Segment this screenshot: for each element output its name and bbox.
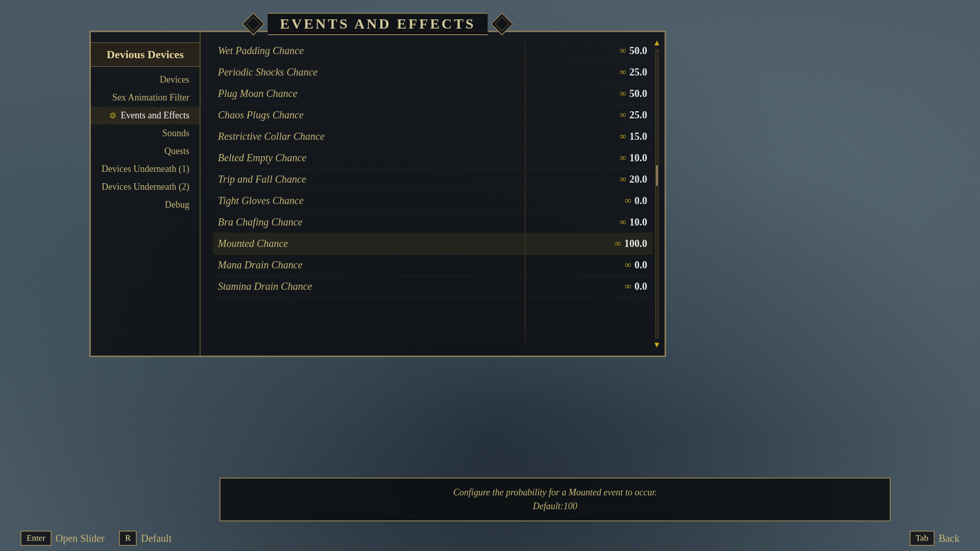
- settings-row[interactable]: Trip and Fall Chance∞20.0: [213, 169, 652, 190]
- gear-icon: ⚙: [109, 111, 116, 120]
- settings-list: Wet Padding Chance∞50.0Periodic Shocks C…: [213, 40, 652, 297]
- scroll-track[interactable]: [655, 49, 658, 338]
- setting-value: ∞100.0: [615, 238, 647, 249]
- right-divider: [525, 32, 526, 356]
- setting-value: ∞25.0: [620, 66, 647, 78]
- setting-name: Restrictive Collar Chance: [218, 131, 325, 142]
- content-area: Wet Padding Chance∞50.0Periodic Shocks C…: [201, 32, 665, 356]
- infinity-icon: ∞: [625, 260, 631, 270]
- setting-number: 15.0: [629, 131, 647, 142]
- sidebar: Devious Devices Devices Sex Animation Fi…: [91, 32, 201, 356]
- sidebar-label-sounds: Sounds: [162, 128, 189, 139]
- scroll-up-arrow[interactable]: ▲: [653, 38, 661, 47]
- sidebar-item-events[interactable]: ⚙ Events and Effects: [91, 107, 200, 124]
- infinity-icon: ∞: [620, 153, 626, 163]
- setting-value: ∞50.0: [620, 45, 647, 57]
- bottom-controls: Enter Open Slider R Default Tab Back: [0, 531, 980, 546]
- setting-number: 0.0: [634, 281, 647, 292]
- setting-number: 100.0: [624, 238, 647, 249]
- infinity-icon: ∞: [620, 174, 626, 185]
- setting-value: ∞15.0: [620, 131, 647, 142]
- setting-name: Mana Drain Chance: [218, 259, 303, 271]
- setting-value: ∞20.0: [620, 173, 647, 185]
- setting-name: Bra Chafing Chance: [218, 216, 303, 228]
- description-line1: Configure the probability for a Mounted …: [233, 486, 877, 499]
- scroll-down-arrow[interactable]: ▼: [653, 340, 661, 349]
- setting-number: 20.0: [629, 173, 647, 185]
- setting-value: ∞0.0: [625, 195, 647, 207]
- setting-value: ∞10.0: [620, 152, 647, 164]
- settings-row[interactable]: Chaos Plugs Chance∞25.0: [213, 105, 652, 126]
- setting-number: 50.0: [629, 88, 647, 99]
- scroll-thumb[interactable]: [656, 165, 658, 186]
- control-back: Tab Back: [910, 531, 960, 546]
- setting-name: Trip and Fall Chance: [218, 173, 306, 185]
- setting-number: 25.0: [629, 109, 647, 121]
- setting-number: 25.0: [629, 66, 647, 78]
- sidebar-section-title: Devious Devices: [91, 42, 200, 67]
- infinity-icon: ∞: [620, 88, 626, 99]
- setting-name: Stamina Drain Chance: [218, 281, 312, 292]
- sidebar-label-events: Events and Effects: [120, 110, 189, 121]
- setting-value: ∞10.0: [620, 216, 647, 228]
- settings-row[interactable]: Tight Gloves Chance∞0.0: [213, 190, 652, 212]
- infinity-icon: ∞: [620, 110, 626, 120]
- settings-row[interactable]: Bra Chafing Chance∞10.0: [213, 212, 652, 233]
- sidebar-item-sex-animation[interactable]: Sex Animation Filter: [91, 89, 200, 107]
- sidebar-label-devices: Devices: [160, 74, 189, 85]
- settings-row[interactable]: Mounted Chance∞100.0: [213, 233, 652, 255]
- setting-number: 0.0: [634, 259, 647, 271]
- settings-row[interactable]: Periodic Shocks Chance∞25.0: [213, 62, 652, 83]
- setting-number: 10.0: [629, 152, 647, 164]
- setting-value: ∞0.0: [625, 281, 647, 292]
- infinity-icon: ∞: [620, 45, 626, 56]
- sidebar-item-quests[interactable]: Quests: [91, 142, 200, 160]
- sidebar-item-devices-under-1[interactable]: Devices Underneath (1): [91, 160, 200, 178]
- setting-name: Wet Padding Chance: [218, 45, 304, 57]
- sidebar-label-quests: Quests: [164, 146, 189, 157]
- sidebar-label-sex-animation: Sex Animation Filter: [112, 92, 189, 103]
- sidebar-item-debug[interactable]: Debug: [91, 196, 200, 214]
- setting-value: ∞25.0: [620, 109, 647, 121]
- setting-value: ∞0.0: [625, 259, 647, 271]
- setting-number: 50.0: [629, 45, 647, 57]
- settings-row[interactable]: Mana Drain Chance∞0.0: [213, 255, 652, 276]
- control-default: R Default: [119, 531, 172, 546]
- description-line2: Default:100: [233, 499, 877, 513]
- r-key: R: [119, 531, 137, 546]
- setting-name: Plug Moan Chance: [218, 88, 298, 99]
- setting-name: Tight Gloves Chance: [218, 195, 304, 207]
- back-label: Back: [939, 533, 960, 544]
- setting-number: 10.0: [629, 216, 647, 228]
- sidebar-label-devices-under-1: Devices Underneath (1): [102, 164, 189, 174]
- infinity-icon: ∞: [615, 238, 621, 249]
- infinity-icon: ∞: [620, 217, 626, 228]
- settings-row[interactable]: Plug Moan Chance∞50.0: [213, 83, 652, 105]
- setting-name: Chaos Plugs Chance: [218, 109, 304, 121]
- infinity-icon: ∞: [620, 131, 626, 142]
- setting-value: ∞50.0: [620, 88, 647, 99]
- setting-name: Mounted Chance: [218, 238, 288, 249]
- settings-row[interactable]: Wet Padding Chance∞50.0: [213, 40, 652, 62]
- tab-key: Tab: [910, 531, 935, 546]
- sidebar-label-debug: Debug: [165, 199, 189, 210]
- infinity-icon: ∞: [620, 67, 626, 78]
- description-bar: Configure the probability for a Mounted …: [219, 478, 891, 521]
- sidebar-item-devices[interactable]: Devices: [91, 71, 200, 89]
- settings-row[interactable]: Stamina Drain Chance∞0.0: [213, 276, 652, 297]
- infinity-icon: ∞: [625, 281, 631, 292]
- sidebar-item-devices-under-2[interactable]: Devices Underneath (2): [91, 178, 200, 196]
- control-open-slider: Enter Open Slider: [20, 531, 105, 546]
- sidebar-label-devices-under-2: Devices Underneath (2): [102, 182, 189, 192]
- settings-row[interactable]: Belted Empty Chance∞10.0: [213, 147, 652, 169]
- infinity-icon: ∞: [625, 195, 631, 206]
- scrollbar[interactable]: ▲ ▼: [653, 38, 660, 349]
- setting-name: Periodic Shocks Chance: [218, 66, 318, 78]
- settings-row[interactable]: Restrictive Collar Chance∞15.0: [213, 126, 652, 147]
- setting-number: 0.0: [634, 195, 647, 207]
- main-panel: EVENTS AND EFFECTS Devious Devices Devic…: [89, 31, 666, 357]
- setting-name: Belted Empty Chance: [218, 152, 306, 164]
- sidebar-item-sounds[interactable]: Sounds: [91, 124, 200, 142]
- open-slider-label: Open Slider: [56, 533, 105, 544]
- enter-key: Enter: [20, 531, 52, 546]
